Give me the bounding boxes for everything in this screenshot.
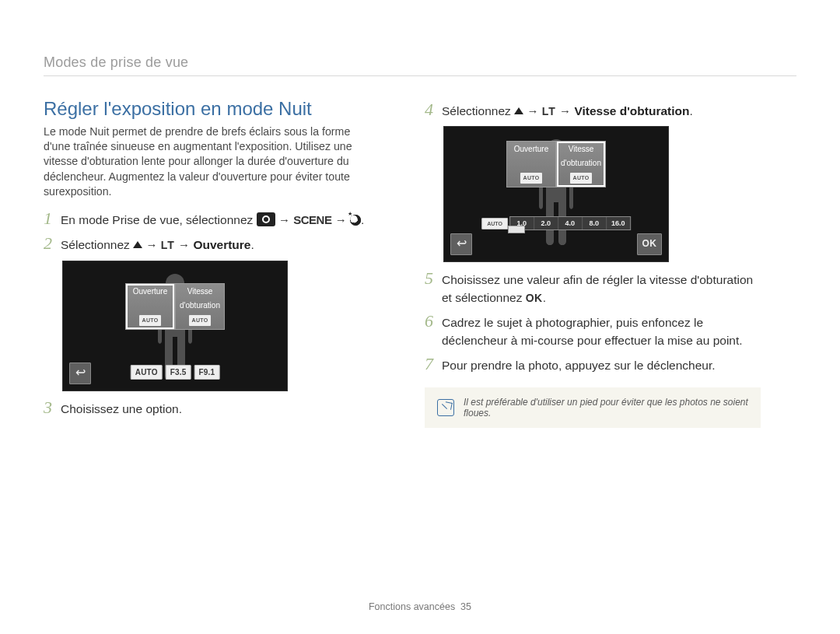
up-icon (514, 107, 523, 114)
tile-label: Ouverture (514, 145, 548, 153)
scale-cell[interactable]: 8.0 (583, 217, 607, 229)
step-6: 6 Cadrez le sujet à photographier, puis … (425, 313, 761, 349)
step-7: 7 Pour prendre la photo, appuyez sur le … (425, 356, 761, 374)
step-body: Cadrez le sujet à photographier, puis en… (442, 314, 761, 349)
tile-label-l2: d'obturation (561, 159, 601, 167)
page: Modes de prise de vue Régler l'expositio… (0, 0, 840, 634)
step-text-pre: Sélectionnez (442, 104, 514, 117)
page-title: Régler l'exposition en mode Nuit (44, 98, 380, 120)
step-text-pre: Sélectionnez (61, 238, 133, 251)
arrow-icon: → (145, 238, 157, 251)
step-4: 4 Sélectionnez → LT → Vitesse d'obturati… (425, 101, 761, 120)
step-body: Sélectionnez → LT → Ouverture. (61, 236, 380, 254)
back-button[interactable]: ↩ (450, 233, 472, 255)
arrow-icon: → (178, 238, 190, 251)
auto-badge: AUTO (570, 173, 592, 184)
right-column: 4 Sélectionnez → LT → Vitesse d'obturati… (425, 98, 761, 428)
step-number: 4 (425, 101, 442, 118)
note-box: Il est préférable d'utiliser un pied pou… (425, 387, 761, 428)
tile-pair: Ouverture AUTO Vitesse d'obturation AUTO (506, 141, 606, 187)
tile-aperture[interactable]: Ouverture AUTO (125, 283, 175, 330)
arrow-icon: → (278, 213, 290, 226)
value-chip[interactable]: F9.1 (194, 365, 219, 380)
tile-label-l2: d'obturation (180, 301, 220, 310)
scene-icon: SCENE (293, 212, 331, 229)
step-number: 7 (425, 356, 442, 373)
night-mode-icon (350, 215, 361, 226)
ok-button[interactable]: OK (637, 233, 662, 255)
value-chip[interactable]: F3.5 (166, 365, 191, 380)
scale-track[interactable]: 1.0 2.0 4.0 8.0 16.0 (509, 216, 631, 230)
tile-aperture[interactable]: Ouverture AUTO (506, 141, 556, 187)
step-text-post: . (361, 213, 364, 226)
step-text-pre: En mode Prise de vue, sélectionnez (61, 213, 257, 226)
shutter-scale[interactable]: AUTO 1.0 2.0 4.0 8.0 16.0 (481, 216, 631, 230)
step-number: 3 (44, 399, 61, 416)
arrow-icon: → (335, 213, 347, 226)
tile-label: Ouverture (133, 287, 167, 296)
step-text: Choisissez une valeur afin de régler la … (442, 273, 753, 303)
scale-cell[interactable]: 2.0 (534, 217, 558, 229)
step-label: Vitesse d'obturation (574, 104, 689, 117)
step-2: 2 Sélectionnez → LT → Ouverture. (44, 235, 380, 254)
scale-cell[interactable]: 4.0 (558, 217, 583, 229)
lt-icon: LT (161, 237, 175, 253)
intro-paragraph: Le mode Nuit permet de prendre de brefs … (44, 124, 380, 199)
step-label: Ouverture (193, 238, 250, 251)
tile-shutter[interactable]: Vitesse d'obturation AUTO (175, 283, 225, 330)
footer-label: Fonctions avancées (369, 601, 455, 612)
tile-label-l1: Vitesse (187, 287, 213, 296)
camera-icon (257, 212, 275, 226)
scale-marker[interactable] (508, 226, 525, 233)
step-number: 2 (44, 235, 61, 252)
footer-page-number: 35 (460, 601, 471, 612)
up-icon (133, 241, 142, 248)
tile-shutter[interactable]: Vitesse d'obturation AUTO (556, 141, 606, 187)
step-text-post: . (250, 238, 254, 251)
note-text: Il est préférable d'utiliser un pied pou… (464, 397, 748, 419)
step-5: 5 Choisissez une valeur afin de régler l… (425, 270, 761, 306)
left-column: Régler l'exposition en mode Nuit Le mode… (44, 98, 380, 428)
lt-icon: LT (542, 103, 556, 119)
camera-screenshot-shutter: Ouverture AUTO Vitesse d'obturation AUTO… (443, 126, 669, 262)
auto-badge: AUTO (189, 315, 211, 326)
value-chip[interactable]: AUTO (131, 365, 163, 380)
step-text-post: . (689, 104, 692, 117)
step-number: 5 (425, 270, 442, 287)
breadcrumb: Modes de prise de vue (44, 54, 796, 76)
tile-pair: Ouverture AUTO Vitesse d'obturation AUTO (125, 283, 225, 330)
scale-cell[interactable]: 16.0 (607, 217, 630, 229)
arrow-icon: → (527, 104, 538, 117)
aperture-values: AUTO F3.5 F9.1 (131, 365, 220, 380)
auto-badge: AUTO (139, 315, 161, 326)
scale-auto-chip[interactable]: AUTO (481, 218, 508, 229)
step-1: 1 En mode Prise de vue, sélectionnez → S… (44, 210, 380, 229)
step-body: Pour prendre la photo, appuyez sur le dé… (442, 357, 761, 374)
pencil-note-icon (437, 399, 454, 416)
columns: Régler l'exposition en mode Nuit Le mode… (44, 98, 796, 428)
page-footer: Fonctions avancées 35 (0, 601, 840, 612)
step-body: Choisissez une valeur afin de régler la … (442, 271, 761, 306)
step-body: En mode Prise de vue, sélectionnez → SCE… (61, 212, 380, 229)
step-number: 6 (425, 313, 442, 330)
tile-label-l1: Vitesse (569, 145, 594, 153)
step-body: Choisissez une option. (61, 401, 380, 418)
back-button[interactable]: ↩ (69, 363, 91, 384)
arrow-icon: → (559, 104, 571, 117)
step-body: Sélectionnez → LT → Vitesse d'obturation… (442, 103, 761, 120)
step-number: 1 (44, 210, 61, 227)
auto-badge: AUTO (520, 173, 542, 184)
step-3: 3 Choisissez une option. (44, 399, 380, 418)
ok-icon: OK (526, 290, 543, 306)
camera-screenshot-aperture: Ouverture AUTO Vitesse d'obturation AUTO… (62, 261, 288, 391)
